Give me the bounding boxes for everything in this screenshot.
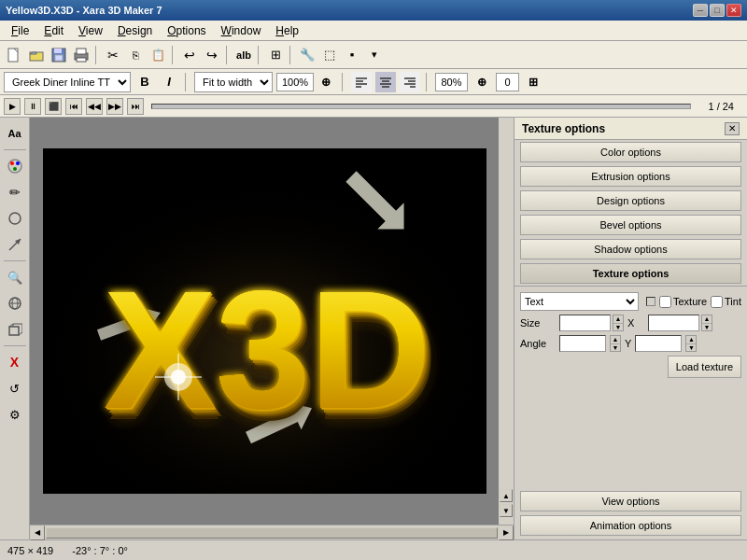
zoom-icon[interactable]: ⊕ — [316, 72, 336, 92]
pen-tool-button[interactable]: ✏ — [3, 180, 27, 204]
size-x-input[interactable] — [648, 315, 699, 331]
tint-checkbox[interactable] — [711, 296, 723, 308]
globe-tool-button[interactable] — [3, 291, 27, 315]
angle-y-spin-down[interactable]: ▼ — [686, 344, 696, 352]
undo-button[interactable]: ↩ — [179, 45, 200, 65]
view-btn-2[interactable]: ▪ — [342, 45, 362, 65]
font-select[interactable]: Greek Diner Inline TT — [4, 72, 131, 92]
shadow-options-button[interactable]: Shadow options — [520, 239, 741, 259]
angle-spin-down[interactable]: ▼ — [611, 344, 620, 352]
menu-view[interactable]: View — [71, 22, 110, 39]
minimize-button[interactable]: ─ — [693, 4, 708, 17]
text-effect-button[interactable]: aIb — [233, 45, 254, 65]
color-tool-button[interactable] — [3, 154, 27, 178]
texture-options-button[interactable]: Texture options — [520, 263, 741, 284]
stop-button[interactable]: ⬛ — [45, 98, 62, 115]
h-scroll-thumb[interactable] — [46, 527, 498, 539]
print-button[interactable] — [71, 45, 92, 65]
scale-icon[interactable]: ⊕ — [472, 72, 492, 92]
color-options-button[interactable]: Color options — [520, 142, 741, 162]
settings-tool-button[interactable]: ⚙ — [3, 402, 27, 427]
size-spin-down[interactable]: ▼ — [613, 324, 623, 331]
view-options-button[interactable]: View options — [520, 491, 741, 511]
texture-checkbox[interactable] — [659, 296, 671, 308]
tint-checkbox-label[interactable]: Tint — [711, 296, 741, 308]
play-button[interactable]: ▶ — [4, 98, 21, 115]
scroll-right-button[interactable]: ▶ — [499, 525, 514, 540]
panel-close-button[interactable]: ✕ — [725, 122, 740, 135]
circle-tool-button[interactable] — [3, 206, 27, 231]
copy-button[interactable]: ⎘ — [125, 45, 146, 65]
extra-input[interactable] — [496, 73, 519, 91]
cut-button[interactable]: ✂ — [103, 45, 123, 65]
frame-slider[interactable] — [151, 104, 691, 109]
end-button[interactable]: ⏭ — [127, 98, 144, 115]
export-button[interactable]: ⊞ — [265, 45, 286, 65]
angle-y-input[interactable] — [635, 335, 682, 352]
angle-y-spin-up[interactable]: ▲ — [686, 336, 696, 344]
x-effect-button[interactable]: X — [3, 350, 27, 374]
animation-options-button[interactable]: Animation options — [520, 515, 741, 536]
text-tool-button[interactable]: Aa — [3, 121, 27, 146]
size-x-spin-down[interactable]: ▼ — [702, 324, 712, 331]
size-input[interactable] — [559, 315, 611, 331]
redo-button[interactable]: ↪ — [202, 45, 222, 65]
pause-button[interactable]: ⏸ — [24, 98, 41, 115]
paste-button[interactable]: 📋 — [148, 45, 168, 65]
zoom-input[interactable] — [276, 73, 314, 91]
scroll-left-button[interactable]: ◀ — [30, 525, 45, 540]
align-center-button[interactable] — [375, 72, 396, 92]
menu-edit[interactable]: Edit — [36, 22, 71, 39]
canvas-main: X3D X3D X3D X3D X3D X3D X3D X3D X3D — [30, 118, 514, 525]
angle-y-spinner[interactable]: ▲ ▼ — [685, 335, 697, 352]
bold-button[interactable]: B — [134, 72, 155, 92]
angle-input[interactable] — [559, 335, 606, 352]
next-frame-button[interactable]: ▶▶ — [106, 98, 123, 115]
size-x-spinner[interactable]: ▲ ▼ — [701, 315, 712, 331]
view-btn-1[interactable]: ⬚ — [319, 45, 340, 65]
design-options-button[interactable]: Design options — [520, 190, 741, 211]
texture-type-row: Text Texture Tint — [520, 292, 741, 311]
angle-spin-up[interactable]: ▲ — [611, 336, 620, 344]
open-button[interactable] — [26, 45, 47, 65]
lt-sep-2 — [4, 260, 26, 261]
size-spinner[interactable]: ▲ ▼ — [613, 315, 624, 331]
canvas-area[interactable]: X3D X3D X3D X3D X3D X3D X3D X3D X3D — [30, 118, 499, 525]
menu-help[interactable]: Help — [268, 22, 306, 39]
scale-input[interactable] — [435, 73, 468, 91]
menu-window[interactable]: Window — [214, 22, 269, 39]
wizard-button[interactable]: 🔧 — [297, 45, 317, 65]
scroll-down-button[interactable]: ▼ — [500, 504, 513, 517]
fit-select[interactable]: Fit to width — [194, 72, 273, 92]
align-left-button[interactable] — [351, 72, 372, 92]
vertical-scroll-arrows: ▲ ▼ — [499, 118, 514, 525]
italic-button[interactable]: I — [159, 72, 179, 92]
arrow-tool-button[interactable] — [3, 232, 27, 257]
angle-y-label: Y — [625, 338, 631, 349]
extra-icon[interactable]: ⊞ — [523, 72, 543, 92]
size-x-spin-up[interactable]: ▲ — [702, 315, 712, 324]
texture-checkbox-label[interactable]: Texture — [659, 296, 707, 308]
extrusion-options-button[interactable]: Extrusion options — [520, 166, 741, 187]
svg-point-22 — [10, 161, 14, 165]
bevel-options-button[interactable]: Bevel options — [520, 215, 741, 235]
box-tool-button[interactable] — [3, 317, 27, 342]
zoom-tool-button[interactable]: 🔍 — [3, 265, 27, 289]
rewind-button[interactable]: ⏮ — [65, 98, 82, 115]
menu-options[interactable]: Options — [160, 22, 213, 39]
rotate-tool-button[interactable]: ↺ — [3, 376, 27, 400]
prev-frame-button[interactable]: ◀◀ — [86, 98, 103, 115]
texture-type-select[interactable]: Text — [520, 292, 639, 311]
load-texture-button[interactable]: Load texture — [668, 356, 741, 378]
close-button[interactable]: ✕ — [726, 4, 741, 17]
angle-spinner[interactable]: ▲ ▼ — [610, 335, 621, 352]
size-spin-up[interactable]: ▲ — [613, 315, 623, 324]
maximize-button[interactable]: □ — [710, 4, 725, 17]
menu-design[interactable]: Design — [110, 22, 160, 39]
save-button[interactable] — [49, 45, 69, 65]
align-right-button[interactable] — [400, 72, 420, 92]
scroll-up-button[interactable]: ▲ — [500, 489, 513, 502]
menu-file[interactable]: File — [4, 22, 36, 39]
new-button[interactable] — [4, 45, 24, 65]
more-button[interactable]: ▾ — [364, 45, 385, 65]
